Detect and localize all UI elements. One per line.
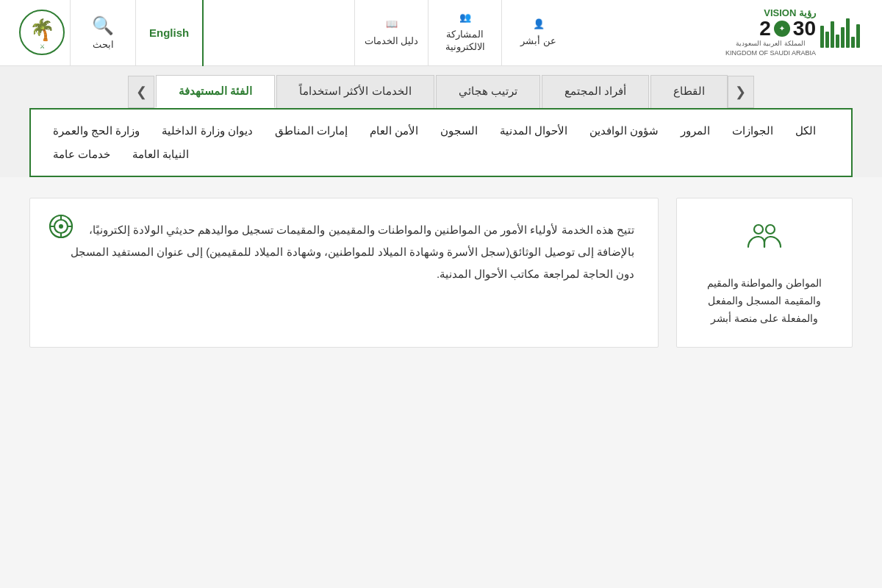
header-left-section: 🌴 ⚔ 🔍 ابحث English bbox=[15, 0, 204, 66]
filter-public-security[interactable]: الأمن العام bbox=[370, 124, 418, 137]
target-icon bbox=[48, 213, 74, 245]
content-section: المواطن والمواطنة والمقيم والمقيمة المسج… bbox=[0, 177, 882, 368]
tabs-section: ❮ القطاع أفراد المجتمع ترتيب هجائي الخدم… bbox=[0, 66, 882, 177]
chevron-right-icon: ❯ bbox=[735, 84, 746, 100]
people-icon bbox=[747, 219, 782, 262]
participation-icon: 👥 bbox=[459, 12, 471, 24]
tab-arrow-right[interactable]: ❯ bbox=[728, 76, 754, 108]
target-group-card: المواطن والمواطنة والمقيم والمقيمة المسج… bbox=[676, 198, 853, 348]
nav-participation-label: المشاركة الالكترونية bbox=[429, 29, 501, 54]
main-header: 🌴 ⚔ 🔍 ابحث English 👤 عن أبشر 👥 المشاركة … bbox=[0, 0, 882, 66]
header-navigation: 👤 عن أبشر 👥 المشاركة الالكترونية 📖 دليل … bbox=[354, 0, 575, 66]
svg-point-3 bbox=[754, 225, 763, 234]
language-toggle-button[interactable]: English bbox=[136, 0, 204, 66]
vision-sub-label: المملكة العربية السعوديةKINGDOM OF SAUDI… bbox=[725, 39, 816, 57]
filter-haj-ministry[interactable]: وزارة الحج والعمرة bbox=[53, 124, 140, 137]
nav-absher-label: عن أبشر bbox=[520, 35, 556, 48]
search-button[interactable]: 🔍 ابحث bbox=[70, 0, 136, 66]
vision-bars-icon bbox=[820, 18, 860, 48]
vision-2030-logo: VISION رؤية 2 ✦ 30 المملكة العربية السعو… bbox=[725, 7, 867, 57]
nav-participation[interactable]: 👥 المشاركة الالكترونية bbox=[428, 0, 501, 66]
tab-target-group[interactable]: الفئة المستهدفة bbox=[156, 75, 275, 108]
filter-general-services[interactable]: خدمات عامة bbox=[53, 148, 110, 161]
vision-year-end: 30 bbox=[793, 18, 816, 39]
tab-sector[interactable]: القطاع bbox=[650, 75, 728, 108]
svg-point-7 bbox=[59, 224, 63, 229]
filter-passports[interactable]: الجوازات bbox=[732, 124, 773, 137]
svg-text:⚔: ⚔ bbox=[40, 43, 45, 50]
search-label: ابحث bbox=[93, 39, 114, 50]
nav-absher[interactable]: 👤 عن أبشر bbox=[501, 0, 575, 66]
tabs-list: القطاع أفراد المجتمع ترتيب هجائي الخدمات… bbox=[154, 75, 728, 108]
filter-row-2: النيابة العامة خدمات عامة bbox=[53, 148, 829, 161]
service-description-text: تتيح هذه الخدمة لأولياء الأمور من المواط… bbox=[54, 219, 634, 285]
filter-expats[interactable]: شؤون الوافدين bbox=[589, 124, 659, 137]
svg-text:🌴: 🌴 bbox=[29, 18, 55, 42]
vision-text: VISION رؤية 2 ✦ 30 المملكة العربية السعو… bbox=[725, 7, 816, 57]
service-description-card: تتيح هذه الخدمة لأولياء الأمور من المواط… bbox=[29, 198, 659, 348]
tab-most-used[interactable]: الخدمات الأكثر استخداماً bbox=[276, 75, 434, 108]
nav-guide-label: دليل الخدمات bbox=[365, 35, 419, 48]
language-label: English bbox=[149, 26, 189, 39]
absher-icon: 👤 bbox=[533, 18, 545, 31]
filter-interior-ministry[interactable]: ديوان وزارة الداخلية bbox=[162, 124, 252, 137]
svg-point-4 bbox=[766, 225, 775, 234]
tab-alphabetical[interactable]: ترتيب هجائي bbox=[436, 75, 540, 108]
filter-prosecution[interactable]: النيابة العامة bbox=[132, 148, 189, 161]
chevron-left-icon: ❮ bbox=[136, 84, 147, 100]
filter-all[interactable]: الكل bbox=[795, 124, 816, 137]
vision-year: 2 bbox=[759, 18, 771, 39]
guide-icon: 📖 bbox=[386, 18, 398, 31]
tab-arrow-left[interactable]: ❮ bbox=[128, 76, 154, 108]
filter-row-1: الكل الجوازات المرور شؤون الوافدين الأحو… bbox=[53, 124, 829, 137]
filter-traffic[interactable]: المرور bbox=[681, 124, 710, 137]
filter-civil-affairs[interactable]: الأحوال المدنية bbox=[500, 124, 567, 137]
tabs-wrapper: ❮ القطاع أفراد المجتمع ترتيب هجائي الخدم… bbox=[0, 75, 882, 108]
tab-community[interactable]: أفراد المجتمع bbox=[542, 75, 649, 108]
vision-circle-icon: ✦ bbox=[774, 21, 790, 37]
filter-prisons[interactable]: السجون bbox=[440, 124, 478, 137]
filter-emirates[interactable]: إمارات المناطق bbox=[275, 124, 348, 137]
filter-box: الكل الجوازات المرور شؤون الوافدين الأحو… bbox=[29, 108, 853, 177]
search-icon: 🔍 bbox=[92, 15, 114, 36]
target-group-description: المواطن والمواطنة والمقيم والمقيمة المسج… bbox=[692, 275, 837, 327]
saudi-emblem-logo: 🌴 ⚔ bbox=[15, 4, 70, 62]
nav-services-guide[interactable]: 📖 دليل الخدمات bbox=[354, 0, 428, 66]
